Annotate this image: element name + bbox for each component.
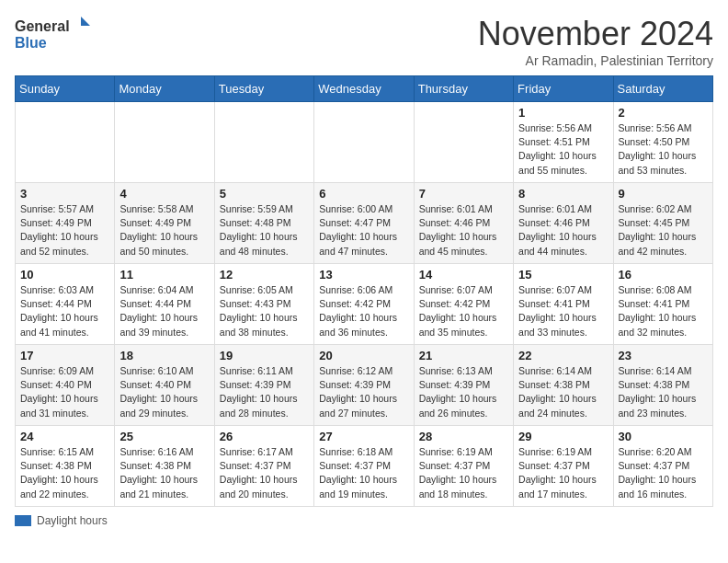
day-cell (115, 102, 214, 183)
day-cell: 16Sunrise: 6:08 AM Sunset: 4:41 PM Dayli… (613, 264, 712, 345)
column-header-friday: Friday (514, 76, 613, 102)
day-info: Sunrise: 6:09 AM Sunset: 4:40 PM Dayligh… (20, 364, 109, 420)
day-cell: 28Sunrise: 6:19 AM Sunset: 4:37 PM Dayli… (414, 426, 513, 507)
day-cell: 23Sunrise: 6:14 AM Sunset: 4:38 PM Dayli… (613, 345, 712, 426)
day-info: Sunrise: 6:00 AM Sunset: 4:47 PM Dayligh… (319, 202, 408, 259)
legend-bar (15, 515, 31, 526)
day-cell: 27Sunrise: 6:18 AM Sunset: 4:37 PM Dayli… (314, 426, 414, 507)
day-info: Sunrise: 6:19 AM Sunset: 4:37 PM Dayligh… (518, 445, 608, 501)
day-number: 11 (119, 268, 209, 282)
day-info: Sunrise: 6:13 AM Sunset: 4:39 PM Dayligh… (419, 364, 508, 420)
svg-text:General: General (15, 18, 70, 34)
day-info: Sunrise: 6:17 AM Sunset: 4:37 PM Dayligh… (220, 445, 309, 501)
day-cell: 20Sunrise: 6:12 AM Sunset: 4:39 PM Dayli… (314, 345, 414, 426)
svg-text:Blue: Blue (15, 35, 47, 51)
calendar-table: SundayMondayTuesdayWednesdayThursdayFrid… (15, 75, 713, 507)
day-info: Sunrise: 6:03 AM Sunset: 4:44 PM Dayligh… (20, 283, 109, 339)
column-header-sunday: Sunday (16, 76, 115, 102)
day-info: Sunrise: 6:14 AM Sunset: 4:38 PM Dayligh… (619, 364, 708, 420)
day-number: 9 (619, 187, 708, 201)
day-cell: 19Sunrise: 6:11 AM Sunset: 4:39 PM Dayli… (214, 345, 313, 426)
day-number: 16 (619, 268, 708, 282)
day-cell: 13Sunrise: 6:06 AM Sunset: 4:42 PM Dayli… (314, 264, 414, 345)
day-number: 17 (20, 349, 109, 362)
day-cell: 1Sunrise: 5:56 AM Sunset: 4:51 PM Daylig… (514, 102, 613, 183)
day-info: Sunrise: 5:59 AM Sunset: 4:48 PM Dayligh… (220, 202, 309, 259)
day-number: 4 (119, 187, 209, 201)
day-cell: 14Sunrise: 6:07 AM Sunset: 4:42 PM Dayli… (414, 264, 513, 345)
day-info: Sunrise: 5:58 AM Sunset: 4:49 PM Dayligh… (119, 202, 209, 259)
title-section: November 2024 Ar Ramadin, Palestinian Te… (478, 15, 713, 68)
day-number: 6 (319, 187, 408, 201)
day-number: 19 (220, 349, 309, 362)
day-info: Sunrise: 6:19 AM Sunset: 4:37 PM Dayligh… (419, 445, 508, 501)
day-info: Sunrise: 6:12 AM Sunset: 4:39 PM Dayligh… (319, 364, 408, 420)
day-cell: 9Sunrise: 6:02 AM Sunset: 4:45 PM Daylig… (613, 183, 712, 264)
day-cell: 24Sunrise: 6:15 AM Sunset: 4:38 PM Dayli… (16, 426, 115, 507)
day-info: Sunrise: 6:01 AM Sunset: 4:46 PM Dayligh… (518, 202, 608, 259)
day-number: 20 (319, 349, 408, 362)
day-cell: 15Sunrise: 6:07 AM Sunset: 4:41 PM Dayli… (514, 264, 613, 345)
day-number: 28 (419, 430, 508, 443)
day-cell (16, 102, 115, 183)
column-header-thursday: Thursday (414, 76, 513, 102)
day-info: Sunrise: 6:07 AM Sunset: 4:41 PM Dayligh… (518, 283, 608, 339)
legend-label: Daylight hours (37, 514, 108, 527)
day-cell: 22Sunrise: 6:14 AM Sunset: 4:38 PM Dayli… (514, 345, 613, 426)
day-info: Sunrise: 5:57 AM Sunset: 4:49 PM Dayligh… (20, 202, 109, 259)
day-cell: 29Sunrise: 6:19 AM Sunset: 4:37 PM Dayli… (514, 426, 613, 507)
day-cell: 12Sunrise: 6:05 AM Sunset: 4:43 PM Dayli… (214, 264, 313, 345)
day-info: Sunrise: 6:02 AM Sunset: 4:45 PM Dayligh… (619, 202, 708, 259)
header: GeneralBlue November 2024 Ar Ramadin, Pa… (15, 15, 713, 68)
day-info: Sunrise: 6:07 AM Sunset: 4:42 PM Dayligh… (419, 283, 508, 339)
month-title: November 2024 (478, 15, 713, 53)
day-cell: 17Sunrise: 6:09 AM Sunset: 4:40 PM Dayli… (16, 345, 115, 426)
day-cell: 18Sunrise: 6:10 AM Sunset: 4:40 PM Dayli… (115, 345, 214, 426)
day-number: 30 (619, 430, 708, 443)
day-number: 12 (220, 268, 309, 282)
day-number: 27 (319, 430, 408, 443)
day-cell: 5Sunrise: 5:59 AM Sunset: 4:48 PM Daylig… (214, 183, 313, 264)
legend: Daylight hours (15, 514, 713, 527)
calendar-header-row: SundayMondayTuesdayWednesdayThursdayFrid… (16, 76, 713, 102)
day-number: 1 (518, 106, 608, 120)
day-cell: 26Sunrise: 6:17 AM Sunset: 4:37 PM Dayli… (214, 426, 313, 507)
column-header-saturday: Saturday (613, 76, 712, 102)
day-number: 5 (220, 187, 309, 201)
day-cell: 30Sunrise: 6:20 AM Sunset: 4:37 PM Dayli… (613, 426, 712, 507)
day-info: Sunrise: 6:20 AM Sunset: 4:37 PM Dayligh… (619, 445, 708, 501)
week-row-3: 10Sunrise: 6:03 AM Sunset: 4:44 PM Dayli… (16, 264, 713, 345)
day-cell: 21Sunrise: 6:13 AM Sunset: 4:39 PM Dayli… (414, 345, 513, 426)
day-info: Sunrise: 6:15 AM Sunset: 4:38 PM Dayligh… (20, 445, 109, 501)
day-number: 15 (518, 268, 608, 282)
day-number: 10 (20, 268, 109, 282)
day-cell: 11Sunrise: 6:04 AM Sunset: 4:44 PM Dayli… (115, 264, 214, 345)
day-cell: 8Sunrise: 6:01 AM Sunset: 4:46 PM Daylig… (514, 183, 613, 264)
day-number: 25 (119, 430, 209, 443)
day-info: Sunrise: 5:56 AM Sunset: 4:50 PM Dayligh… (619, 121, 708, 178)
day-number: 26 (220, 430, 309, 443)
column-header-monday: Monday (115, 76, 214, 102)
day-info: Sunrise: 6:16 AM Sunset: 4:38 PM Dayligh… (119, 445, 209, 501)
day-cell (214, 102, 313, 183)
week-row-5: 24Sunrise: 6:15 AM Sunset: 4:38 PM Dayli… (16, 426, 713, 507)
day-cell: 10Sunrise: 6:03 AM Sunset: 4:44 PM Dayli… (16, 264, 115, 345)
day-cell (414, 102, 513, 183)
logo: GeneralBlue (15, 15, 97, 52)
day-number: 2 (619, 106, 708, 120)
day-number: 3 (20, 187, 109, 201)
day-info: Sunrise: 6:14 AM Sunset: 4:38 PM Dayligh… (518, 364, 608, 420)
day-number: 29 (518, 430, 608, 443)
svg-marker-2 (81, 17, 90, 26)
week-row-2: 3Sunrise: 5:57 AM Sunset: 4:49 PM Daylig… (16, 183, 713, 264)
day-info: Sunrise: 5:56 AM Sunset: 4:51 PM Dayligh… (518, 121, 608, 178)
day-info: Sunrise: 6:06 AM Sunset: 4:42 PM Dayligh… (319, 283, 408, 339)
day-number: 14 (419, 268, 508, 282)
day-cell: 3Sunrise: 5:57 AM Sunset: 4:49 PM Daylig… (16, 183, 115, 264)
location-subtitle: Ar Ramadin, Palestinian Territory (478, 53, 713, 68)
day-number: 23 (619, 349, 708, 362)
day-cell: 25Sunrise: 6:16 AM Sunset: 4:38 PM Dayli… (115, 426, 214, 507)
day-info: Sunrise: 6:11 AM Sunset: 4:39 PM Dayligh… (220, 364, 309, 420)
day-number: 21 (419, 349, 508, 362)
week-row-1: 1Sunrise: 5:56 AM Sunset: 4:51 PM Daylig… (16, 102, 713, 183)
